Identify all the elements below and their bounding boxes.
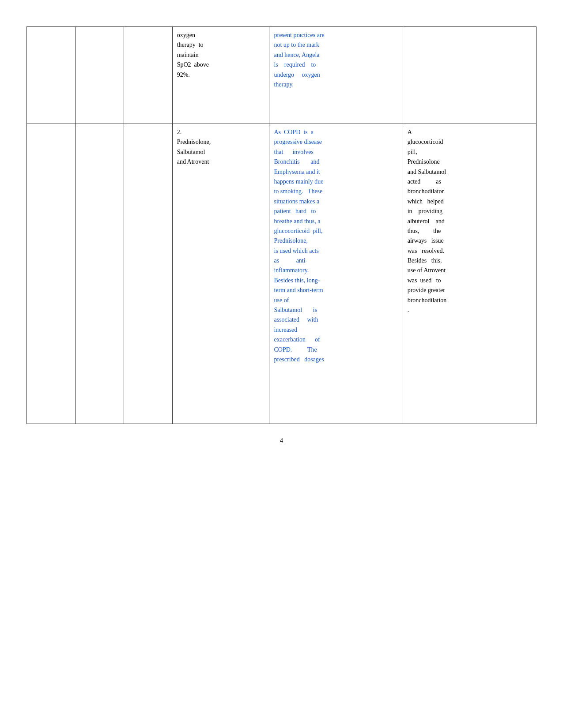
page-number: 4	[26, 437, 537, 444]
cell-r2c3	[124, 124, 172, 424]
copd-description: As COPD is a progressive disease that in…	[274, 128, 398, 364]
table-row: oxygen therapy to maintain SpO2 above 92…	[27, 27, 537, 124]
cell-r2c6: A glucocorticoid pill, Prednisolone and …	[403, 124, 536, 424]
main-table: oxygen therapy to maintain SpO2 above 92…	[26, 26, 537, 424]
cell-r2c5: As COPD is a progressive disease that in…	[269, 124, 403, 424]
cell-r2c2	[75, 124, 124, 424]
cell-r1c1	[27, 27, 76, 124]
cell-r1c6	[403, 27, 536, 124]
cell-r1c3	[124, 27, 172, 124]
cell-r2c4: 2. Prednisolone, Salbutamol and Atrovent	[172, 124, 269, 424]
page-container: oxygen therapy to maintain SpO2 above 92…	[0, 0, 563, 728]
medication-list: 2. Prednisolone, Salbutamol and Atrovent	[177, 128, 265, 167]
cell-r2c1	[27, 124, 76, 424]
cell-r1c4: oxygen therapy to maintain SpO2 above 92…	[172, 27, 269, 124]
oxygen-therapy-text: oxygen therapy to maintain SpO2 above 92…	[177, 30, 265, 80]
cell-r1c2	[75, 27, 124, 124]
table-row: 2. Prednisolone, Salbutamol and Atrovent…	[27, 124, 537, 424]
cell-r1c5: present practices are not up to the mark…	[269, 27, 403, 124]
present-practices-text: present practices are not up to the mark…	[274, 30, 398, 90]
glucocorticoid-explanation: A glucocorticoid pill, Prednisolone and …	[408, 128, 532, 315]
